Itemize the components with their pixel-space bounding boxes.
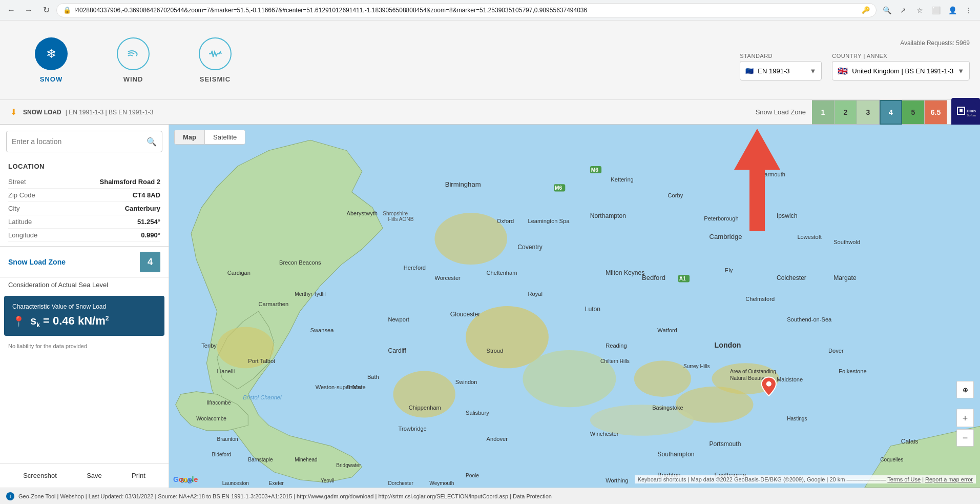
svg-text:Dover: Dover [828,348,844,354]
snow-zone-title: Snow Load Zone [8,258,66,266]
snow-load-arrow-icon: ⬇ [10,107,17,117]
report-error-link[interactable]: Report a map error [925,476,973,482]
svg-text:Weymouth: Weymouth [429,480,454,486]
search-box[interactable]: 🔍 [6,131,162,152]
map-tab-map[interactable]: Map [175,130,205,144]
zone-3-button[interactable]: 3 [857,100,880,125]
zone-1-button[interactable]: 1 [812,100,835,125]
header-right: Available Requests: 5969 STANDARD 🇪🇺 EN … [740,39,970,80]
svg-text:Tenby: Tenby [201,342,217,349]
country-dropdown[interactable]: 🇬🇧 United Kingdom | BS EN 1991-1-3 ▼ [832,61,970,80]
zone-4-button[interactable]: 4 [880,100,902,125]
svg-text:Maidstone: Maidstone [777,376,803,382]
svg-text:Cardigan: Cardigan [227,270,251,276]
latitude-value: 51.254° [137,218,160,226]
reload-button[interactable]: ↻ [39,3,53,17]
tab-wind[interactable]: WIND [92,27,174,93]
svg-text:Barnstaple: Barnstaple [248,457,273,462]
svg-text:Minehead: Minehead [295,457,317,462]
location-search-input[interactable] [12,137,142,146]
screenshot-button[interactable]: Screenshot [19,470,61,481]
svg-text:Birmingham: Birmingham [445,180,481,188]
snow-icon: ❄ [35,37,68,70]
svg-text:Trowbridge: Trowbridge [399,426,427,432]
zoom-out-button[interactable]: − [956,429,974,447]
svg-text:Ipswich: Ipswich [777,212,797,219]
standard-dropdown[interactable]: 🇪🇺 EN 1991-3 ▼ [740,61,822,80]
svg-text:Southampton: Southampton [657,451,694,458]
search-icon-btn[interactable]: 🔍 [880,3,894,17]
map-tab-satellite[interactable]: Satellite [205,130,245,144]
tab-seismic[interactable]: SEISMIC [174,27,256,93]
svg-text:Southend-on-Sea: Southend-on-Sea [787,316,832,322]
country-flag: 🇬🇧 [838,66,848,76]
svg-text:Leamington Spa: Leamington Spa [528,218,570,224]
svg-text:Basingstoke: Basingstoke [652,405,683,411]
extension-button[interactable]: ⬜ [929,3,943,17]
dlubal-logo[interactable]: Dlubal Software [951,98,980,127]
zone-2-button[interactable]: 2 [835,100,857,125]
latitude-row: Latitude 51.254° [8,215,160,229]
standard-group: STANDARD 🇪🇺 EN 1991-3 ▼ [740,53,822,80]
location-pin-icon: 📍 [12,315,25,328]
status-text: Geo-Zone Tool | Webshop | Last Updated: … [18,493,552,499]
sea-level-text: Consideration of Actual Sea Level [8,281,108,289]
svg-text:Launceston: Launceston [222,480,249,486]
tab-snow[interactable]: ❄ SNOW [10,27,92,93]
zoom-in-button[interactable]: + [956,410,974,427]
svg-rect-2 [960,109,963,112]
svg-text:Worcester: Worcester [434,275,461,281]
map-type-tabs: Map Satellite [174,130,245,145]
location-section: LOCATION Street Shalmsford Road 2 Zip Co… [0,158,169,246]
svg-text:Oxford: Oxford [497,218,514,224]
svg-text:Salisbury: Salisbury [466,410,489,416]
svg-text:Corby: Corby [668,192,683,198]
status-bar: i Geo-Zone Tool | Webshop | Last Updated… [0,488,980,504]
svg-text:Exeter: Exeter [269,480,284,486]
svg-text:Hills AONB: Hills AONB [388,216,413,222]
svg-text:Luton: Luton [585,306,600,313]
svg-text:Area of Outstanding: Area of Outstanding [730,369,776,374]
save-button[interactable]: Save [82,470,106,481]
svg-text:Coventry: Coventry [517,244,543,251]
sidebar: 🔍 LOCATION Street Shalmsford Road 2 Zip … [0,125,169,488]
zone-5-button[interactable]: 5 [902,100,925,125]
svg-text:Swindon: Swindon [455,379,477,385]
keyboard-shortcuts[interactable]: Keyboard shortcuts [638,476,686,482]
country-label: COUNTRY | ANNEX [832,53,970,59]
svg-text:Margate: Margate [833,274,857,281]
search-icon[interactable]: 🔍 [147,137,157,147]
compass-button[interactable]: ⊕ [956,381,974,398]
svg-text:Reading: Reading [606,342,627,349]
svg-point-8 [434,213,507,265]
svg-text:Peterborough: Peterborough [704,215,738,221]
map-zoom-controls: + − [956,410,974,447]
svg-text:Brecon Beacons: Brecon Beacons [279,259,321,266]
city-row: City Canterbury [8,202,160,215]
snow-load-label-area: ⬇ SNOW LOAD | EN 1991-1-3 | BS EN 1991-1… [10,107,153,117]
zipcode-row: Zip Code CT4 8AD [8,189,160,202]
share-button[interactable]: ↗ [896,3,910,17]
city-value: Canterbury [125,205,160,212]
zone-label: Snow Load Zone [756,108,806,116]
svg-point-11 [634,360,691,397]
print-button[interactable]: Print [128,470,150,481]
map-area[interactable]: Map Satellite [169,125,980,488]
zone-65-button[interactable]: 6.5 [925,100,947,125]
svg-text:Stroud: Stroud [487,348,504,354]
standard-country-selectors: STANDARD 🇪🇺 EN 1991-3 ▼ COUNTRY | ANNEX … [740,53,970,80]
svg-text:Braunton: Braunton [217,436,238,442]
svg-text:Kettering: Kettering [611,176,633,183]
snow-zone-row: Snow Load Zone 4 [0,246,169,277]
profile-button[interactable]: 👤 [945,3,960,17]
svg-text:Royal: Royal [528,291,542,297]
address-bar[interactable]: 🔒 !4028804337906,-0.3690864267020544&zoo… [56,3,877,17]
longitude-value: 0.990° [141,231,160,239]
bookmark-button[interactable]: ☆ [912,3,927,17]
forward-button[interactable]: → [22,3,36,17]
terms-of-use-link[interactable]: Terms of Use [887,476,921,482]
svg-text:London: London [715,341,741,349]
map-background[interactable]: Birmingham Coventry Aberystwyth Worceste… [169,125,980,488]
back-button[interactable]: ← [4,3,18,17]
menu-button[interactable]: ⋮ [962,3,976,17]
